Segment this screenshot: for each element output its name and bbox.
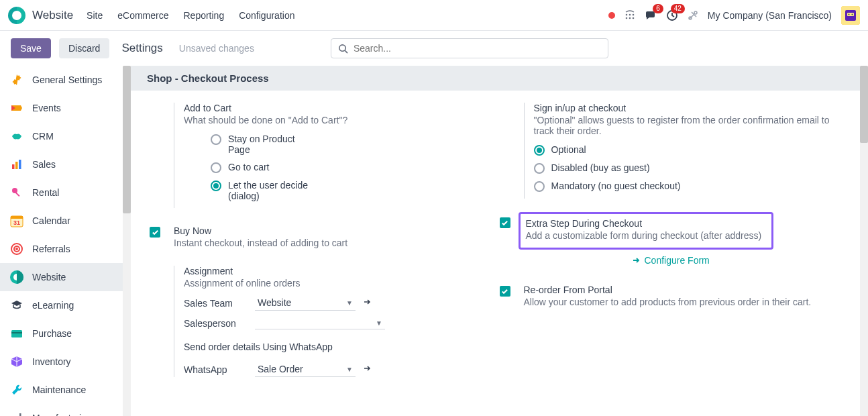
- radio-option[interactable]: Go to cart: [211, 162, 500, 173]
- extra-step-checkbox[interactable]: [500, 217, 510, 228]
- sidebar-item-inventory[interactable]: Inventory: [0, 348, 131, 376]
- setting-title: Extra Step During Checkout: [526, 218, 766, 229]
- reorder-checkbox[interactable]: [500, 286, 510, 297]
- control-bar: Save Discard Settings Unsaved changes: [0, 31, 868, 66]
- setting-reorder: Re-order From Portal Allow your customer…: [500, 284, 850, 307]
- gear-icon: [9, 72, 24, 87]
- sidebar-scrollbar[interactable]: [123, 66, 131, 416]
- sidebar-item-general-settings[interactable]: General Settings: [0, 66, 131, 94]
- sidebar-item-sales[interactable]: Sales: [0, 150, 131, 178]
- brand-logo[interactable]: [8, 7, 25, 24]
- radio-option[interactable]: Optional: [534, 144, 850, 156]
- svg-rect-17: [15, 162, 18, 169]
- sales-team-select[interactable]: Website ▼: [255, 295, 356, 311]
- save-button[interactable]: Save: [11, 38, 51, 58]
- card-icon: [9, 326, 24, 341]
- sidebar-item-label: Maintenance: [32, 384, 86, 395]
- content-scrollbar[interactable]: [860, 66, 868, 416]
- sidebar-item-purchase[interactable]: Purchase: [0, 319, 131, 348]
- factory-icon: [9, 411, 24, 416]
- salesperson-select[interactable]: ▼: [255, 317, 385, 329]
- chevron-down-icon: ▼: [346, 299, 353, 307]
- menu-configuration[interactable]: Configuration: [239, 10, 294, 21]
- setting-desc: Add a customizable form during checkout …: [526, 230, 766, 241]
- setting-title: Assignment: [184, 266, 500, 276]
- radio-icon: [211, 134, 221, 145]
- wrench-icon: [9, 382, 24, 397]
- svg-rect-20: [15, 192, 20, 197]
- svg-point-1: [629, 13, 631, 15]
- sales-team-label: Sales Team: [184, 298, 255, 309]
- sidebar-item-label: Sales: [32, 159, 56, 170]
- setting-buy-now: Buy Now Instant checkout, instead of add…: [150, 225, 500, 248]
- radio-option[interactable]: Let the user decide (dialog): [211, 180, 500, 201]
- activities-icon[interactable]: 42: [666, 9, 678, 21]
- section-header: Shop - Checkout Process: [131, 66, 868, 91]
- sales-team-value: Website: [258, 297, 291, 308]
- top-nav: Website Site eCommerce Reporting Configu…: [0, 0, 868, 31]
- sidebar-item-rental[interactable]: Rental: [0, 178, 131, 207]
- radio-option[interactable]: Disabled (buy as guest): [534, 162, 850, 174]
- messages-badge: 6: [653, 4, 663, 13]
- buy-now-checkbox[interactable]: [150, 227, 160, 238]
- sidebar-item-crm[interactable]: CRM: [0, 122, 131, 150]
- configure-form-link[interactable]: Configure Form: [631, 255, 710, 266]
- setting-extra-step: Extra Step During Checkout Add a customi…: [500, 216, 850, 267]
- sidebar-item-label: Purchase: [32, 328, 72, 339]
- menu-site[interactable]: Site: [87, 10, 103, 21]
- discard-button[interactable]: Discard: [59, 38, 109, 58]
- sidebar-item-manufacturing[interactable]: Manufacturing: [0, 404, 131, 416]
- svg-point-3: [626, 17, 628, 19]
- svg-point-26: [16, 248, 17, 250]
- avatar[interactable]: [841, 6, 860, 25]
- sidebar-item-label: General Settings: [32, 74, 102, 85]
- sidebar-item-website[interactable]: Website: [0, 263, 131, 291]
- radio-option[interactable]: Mandatory (no guest checkout): [534, 180, 850, 192]
- radio-label: Mandatory (no guest checkout): [551, 180, 681, 191]
- company-name[interactable]: My Company (San Francisco): [708, 10, 832, 21]
- grad-icon: [9, 298, 24, 313]
- brand-title[interactable]: Website: [32, 9, 73, 22]
- key-icon: [9, 185, 24, 200]
- activities-badge: 42: [671, 4, 685, 13]
- radio-icon: [211, 180, 221, 191]
- sidebar-item-label: Inventory: [32, 356, 71, 367]
- sidebar-item-referrals[interactable]: Referrals: [0, 235, 131, 263]
- dialpad-icon[interactable]: [625, 10, 635, 21]
- search-input[interactable]: [354, 43, 601, 54]
- setting-desc: Allow your customer to add products from…: [524, 297, 850, 307]
- target-icon: [9, 242, 24, 256]
- sidebar-item-elearning[interactable]: eLearning: [0, 291, 131, 319]
- sidebar-item-calendar[interactable]: 31Calendar: [0, 207, 131, 235]
- sidebar-item-label: CRM: [32, 131, 54, 142]
- sidebar-item-label: Calendar: [32, 215, 70, 226]
- radio-option[interactable]: Stay on Product Page: [211, 134, 500, 155]
- tools-icon[interactable]: [688, 10, 698, 21]
- svg-point-13: [852, 13, 853, 15]
- main: General SettingsEventsCRMSalesRental31Ca…: [0, 66, 868, 416]
- search-box[interactable]: [331, 38, 608, 58]
- menu-ecommerce[interactable]: eCommerce: [117, 10, 168, 21]
- sales-team-external-link-icon[interactable]: [362, 297, 372, 309]
- setting-title: Send order details Using WhatsApp: [184, 342, 500, 352]
- bar-icon: [9, 157, 24, 172]
- radio-label: Stay on Product Page: [228, 134, 315, 155]
- chevron-down-icon: ▼: [376, 319, 382, 327]
- menu-reporting[interactable]: Reporting: [183, 10, 224, 21]
- svg-point-5: [633, 17, 635, 19]
- sidebar-item-maintenance[interactable]: Maintenance: [0, 376, 131, 404]
- whatsapp-label: WhatsApp: [184, 364, 255, 375]
- radio-icon: [211, 162, 221, 173]
- page-title: Settings: [121, 42, 162, 55]
- messages-icon[interactable]: 6: [645, 9, 657, 21]
- whatsapp-external-link-icon[interactable]: [362, 364, 372, 375]
- radio-label: Let the user decide (dialog): [228, 180, 315, 201]
- setting-title: Add to Cart: [184, 103, 500, 113]
- box-icon: [9, 354, 24, 369]
- setting-title: Re-order From Portal: [524, 284, 850, 295]
- whatsapp-select[interactable]: Sale Order ▼: [255, 362, 356, 377]
- setting-desc: Instant checkout, instead of adding to c…: [174, 238, 500, 248]
- sidebar-item-label: Manufacturing: [32, 413, 92, 416]
- sidebar-item-events[interactable]: Events: [0, 94, 131, 122]
- whatsapp-value: Sale Order: [258, 364, 303, 374]
